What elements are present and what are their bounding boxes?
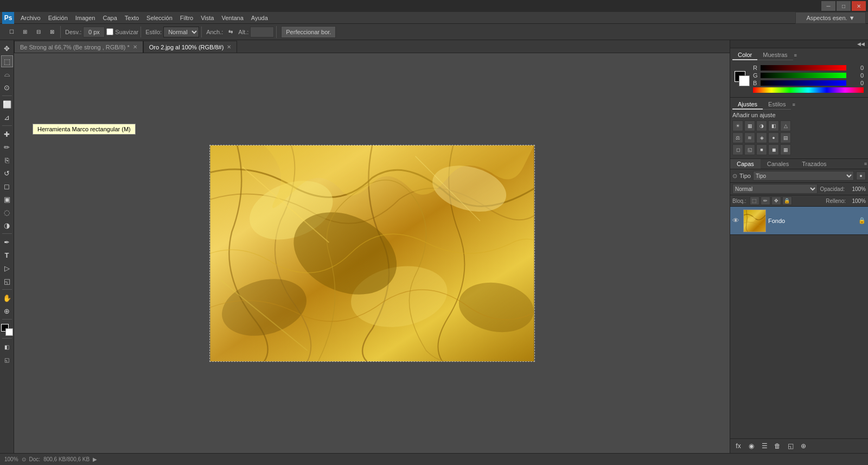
tab-2-close[interactable]: ✕: [227, 44, 231, 50]
tab-trazados[interactable]: Trazados: [795, 159, 833, 169]
toolbar-new-selection[interactable]: ☐: [5, 26, 17, 38]
menu-imagen[interactable]: Imagen: [72, 14, 99, 22]
tab-1-close[interactable]: ✕: [133, 44, 137, 50]
estilo-label: Estilo:: [145, 29, 162, 35]
lasso-tool-button[interactable]: ⌓: [1, 68, 13, 80]
adj-solid[interactable]: ■: [756, 144, 767, 155]
crop-tool-button[interactable]: ⬜: [1, 98, 13, 110]
adj-curves[interactable]: ◑: [756, 120, 767, 131]
hand-tool-button[interactable]: ✋: [1, 292, 13, 304]
lock-move-btn[interactable]: ✥: [771, 196, 781, 205]
suavizar-checkbox[interactable]: [106, 28, 113, 35]
adj-pattern[interactable]: ▦: [780, 144, 791, 155]
lock-transparent-btn[interactable]: ⬚: [750, 196, 760, 205]
toolbar-add-selection[interactable]: ⊞: [19, 26, 31, 38]
maximize-button[interactable]: □: [837, 1, 851, 11]
clone-tool-button[interactable]: ⎘: [1, 154, 13, 166]
lock-brush-btn[interactable]: ✏: [761, 196, 770, 205]
estilo-select[interactable]: Normal: [163, 27, 199, 37]
menu-archivo[interactable]: Archivo: [17, 14, 44, 22]
toolbar-subtract-selection[interactable]: ⊟: [33, 26, 44, 38]
adj-levels[interactable]: ▦: [744, 120, 755, 131]
layers-type-select[interactable]: Tipo: [753, 171, 854, 181]
anch-swap[interactable]: ⇆: [225, 26, 237, 38]
background-color[interactable]: [5, 328, 13, 336]
color-spectrum[interactable]: [753, 87, 864, 93]
adj-hue[interactable]: ≋: [744, 132, 755, 143]
tab-ajustes[interactable]: Ajustes: [732, 100, 763, 110]
tab-2[interactable]: Oro 2.jpg al 100% (RGB/8#) ✕: [143, 41, 238, 53]
adj-gradient-map[interactable]: ▤: [780, 132, 791, 143]
tab-estilos[interactable]: Estilos: [763, 100, 791, 110]
color-swatches[interactable]: [1, 324, 13, 336]
eraser-tool-button[interactable]: ◻: [1, 180, 13, 192]
adj-brightness[interactable]: ☀: [732, 120, 743, 131]
menu-capa[interactable]: Capa: [99, 14, 120, 22]
create-group-button[interactable]: ◱: [784, 441, 796, 451]
blend-mode-select[interactable]: Normal: [732, 184, 818, 194]
screen-mode-button[interactable]: ◱: [1, 354, 13, 366]
adj-color[interactable]: ●: [768, 132, 779, 143]
svg-rect-10: [210, 145, 534, 361]
layer-fondo[interactable]: 👁: [730, 207, 868, 235]
healing-tool-button[interactable]: ✚: [1, 128, 13, 140]
add-adjustment-button[interactable]: ☰: [758, 441, 770, 451]
adj-triangle[interactable]: △: [780, 120, 791, 131]
adj-bw[interactable]: ◈: [756, 132, 767, 143]
tab-1[interactable]: Be Strong al 66,7% (Be strong , RGB/8) *…: [14, 41, 143, 53]
panel-collapse-icon[interactable]: ◀◀: [856, 41, 866, 47]
adj-balance[interactable]: ⚖: [732, 132, 743, 143]
dodge-tool-button[interactable]: ◑: [1, 219, 13, 231]
lock-all-btn[interactable]: 🔒: [782, 196, 792, 205]
text-tool-button[interactable]: T: [1, 249, 13, 261]
menu-ventana[interactable]: Ventana: [218, 14, 246, 22]
add-mask-button[interactable]: ◉: [745, 441, 757, 451]
delete-layer-button[interactable]: 🗑: [771, 441, 783, 451]
gradient-tool-button[interactable]: ▣: [1, 193, 13, 205]
menu-texto[interactable]: Texto: [122, 14, 142, 22]
blur-tool-button[interactable]: ◌: [1, 206, 13, 218]
color-swatch-container[interactable]: [735, 71, 750, 86]
adj-exposure[interactable]: ◧: [768, 120, 779, 131]
pen-tool-button[interactable]: ✒: [1, 236, 13, 248]
toolbar-intersect-selection[interactable]: ⊠: [46, 26, 58, 38]
new-layer-button[interactable]: ⊕: [797, 441, 809, 451]
quick-select-tool-button[interactable]: ⊙: [1, 81, 13, 93]
layer-visibility-icon[interactable]: 👁: [732, 216, 741, 225]
adj-panel-collapse[interactable]: ≡: [791, 100, 796, 110]
marquee-tool-button[interactable]: ⬚: [1, 55, 13, 67]
move-tool-button[interactable]: ✥: [1, 42, 13, 54]
close-button[interactable]: ✕: [852, 1, 866, 11]
shape-tool-button[interactable]: ◱: [1, 275, 13, 287]
quick-mask-button[interactable]: ◧: [1, 341, 13, 353]
tab-color[interactable]: Color: [732, 50, 757, 60]
adj-gradient-fill[interactable]: ◼: [768, 144, 779, 155]
add-style-button[interactable]: fx: [732, 441, 744, 451]
tab-capas[interactable]: Capas: [730, 159, 761, 169]
menu-edicion[interactable]: Edición: [45, 14, 71, 22]
aspectos-button[interactable]: Aspectos esen. ▼: [795, 12, 866, 24]
adj-threshold[interactable]: ◻: [732, 144, 743, 155]
options-toolbar: ☐ ⊞ ⊟ ⊠ Desv.: Suavizar Estilo: Normal A…: [0, 24, 868, 40]
perfeccionar-button[interactable]: Perfeccionar bor.: [281, 26, 336, 38]
menu-vista[interactable]: Vista: [197, 14, 217, 22]
tab-canales[interactable]: Canales: [761, 159, 795, 169]
background-swatch[interactable]: [739, 75, 750, 86]
layers-panel-collapse[interactable]: ≡: [863, 159, 868, 169]
adj-posterize[interactable]: ◱: [744, 144, 755, 155]
menu-ayuda[interactable]: Ayuda: [248, 14, 271, 22]
path-select-button[interactable]: ▷: [1, 262, 13, 274]
menu-seleccion[interactable]: Selección: [143, 14, 176, 22]
zoom-tool-button[interactable]: ⊕: [1, 305, 13, 317]
history-brush-button[interactable]: ↺: [1, 167, 13, 179]
layers-filter-on[interactable]: ●: [856, 171, 866, 180]
minimize-button[interactable]: ─: [821, 1, 835, 11]
tab-muestras[interactable]: Muestras: [757, 50, 793, 60]
zoom-icon[interactable]: ⊙: [22, 456, 26, 462]
eyedropper-tool-button[interactable]: ⊿: [1, 111, 13, 123]
brush-tool-button[interactable]: ✏: [1, 141, 13, 153]
menu-filtro[interactable]: Filtro: [177, 14, 196, 22]
status-arrow[interactable]: ▶: [93, 456, 97, 462]
desv-input[interactable]: [83, 27, 105, 37]
color-panel-collapse[interactable]: ≡: [793, 50, 798, 60]
